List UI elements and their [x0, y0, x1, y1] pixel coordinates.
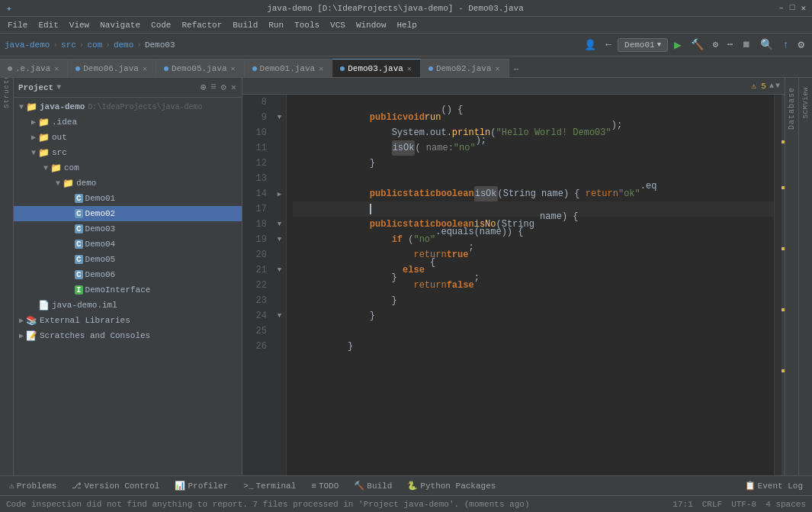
tree-arrow-com: ▼ — [41, 164, 50, 172]
structure-strip-icon[interactable]: Structure — [2, 81, 12, 92]
menu-help[interactable]: Help — [393, 19, 422, 31]
tab-label-demo05: Demo05.java — [172, 64, 227, 73]
scm-panel-label[interactable]: SCMView — [801, 81, 811, 124]
panel-close-icon[interactable]: ✕ — [230, 81, 237, 94]
menu-edit[interactable]: Edit — [34, 19, 63, 31]
next-warning-button[interactable]: ▼ — [775, 82, 780, 90]
status-encoding[interactable]: UTF-8 — [731, 500, 756, 509]
maximize-button[interactable]: □ — [790, 3, 795, 13]
tree-item-demo04[interactable]: C Demo04 — [14, 237, 242, 252]
status-indent[interactable]: 4 spaces — [765, 500, 806, 509]
breadcrumb-project[interactable]: java-demo — [5, 40, 50, 50]
tree-item-external-libs[interactable]: ▶ 📚 External Libraries — [14, 313, 242, 328]
close-button[interactable]: ✕ — [801, 3, 806, 13]
menu-refactor[interactable]: Refactor — [177, 19, 226, 31]
menu-window[interactable]: Window — [351, 19, 391, 31]
fold-run-arrow[interactable]: ▼ — [273, 110, 286, 125]
more-run-button[interactable]: ⋯ — [724, 37, 736, 52]
tree-item-scratches[interactable]: ▶ 📝 Scratches and Consoles — [14, 328, 242, 343]
fold-end-arrow[interactable]: ▼ — [273, 308, 286, 324]
stop-button[interactable]: ⏹ — [739, 37, 754, 52]
tab-close-demo06[interactable]: ✕ — [142, 64, 148, 73]
tab-more-button[interactable]: ⋯ — [509, 61, 524, 77]
tree-item-src[interactable]: ▼ 📁 src — [14, 145, 242, 160]
tree-item-root[interactable]: ▼ 📁 java-demo D:\IdeaProjects\java-demo — [14, 99, 242, 114]
tree-label-demointerface: DemoInterface — [85, 285, 151, 295]
tree-item-demo02[interactable]: C Demo02 — [14, 206, 242, 221]
tree-item-demointerface[interactable]: I DemoInterface — [14, 282, 242, 298]
tab-close-demo01[interactable]: ✕ — [318, 64, 324, 73]
tab-demo06[interactable]: Demo06.java ✕ — [68, 59, 156, 77]
bottom-tab-python[interactable]: 🐍 Python Packages — [403, 479, 500, 492]
bottom-tab-event-log[interactable]: 📋 Event Log — [740, 479, 807, 492]
tab-demo05[interactable]: Demo05.java ✕ — [156, 59, 245, 77]
status-line-ending[interactable]: CRLF — [702, 500, 722, 509]
menu-build[interactable]: Build — [228, 19, 262, 31]
tree-item-com[interactable]: ▼ 📁 com — [14, 160, 242, 175]
tree-item-demo[interactable]: ▼ 📁 demo — [14, 175, 242, 191]
tree-item-iml[interactable]: 📄 java-demo.iml — [14, 298, 242, 313]
code-content[interactable]: public void run() { System.out.println("… — [287, 95, 774, 475]
settings-button[interactable]: ⚙ — [795, 37, 807, 53]
bottom-tab-build[interactable]: 🔨 Build — [349, 479, 396, 492]
tree-item-demo06[interactable]: C Demo06 — [14, 267, 242, 282]
demo06-class-icon: C — [75, 270, 83, 279]
breadcrumb-demo[interactable]: demo — [114, 40, 133, 50]
idea-folder-icon: 📁 — [38, 117, 50, 128]
menu-tools[interactable]: Tools — [290, 19, 324, 31]
menu-vcs[interactable]: VCS — [326, 19, 350, 31]
build-button[interactable]: 🔨 — [688, 37, 707, 53]
search-button[interactable]: 🔍 — [757, 37, 776, 53]
fold-if-arrow[interactable]: ▼ — [273, 232, 286, 247]
vcs-update-button[interactable]: 👤 — [581, 37, 599, 53]
fold-isno-arrow[interactable]: ▼ — [273, 217, 286, 232]
bottom-tab-problems[interactable]: ⚠ Problems — [5, 479, 61, 492]
tab-label-demo01: Demo01.java — [260, 64, 316, 73]
update-button[interactable]: ↑ — [779, 37, 791, 53]
prev-warning-button[interactable]: ▲ — [769, 82, 774, 90]
breadcrumb-src[interactable]: src — [61, 40, 76, 50]
menu-navigate[interactable]: Navigate — [95, 19, 145, 31]
bottom-tab-vcs[interactable]: ⎇ Version Control — [67, 479, 164, 492]
fold-isok-arrow[interactable]: ▶ — [273, 186, 286, 201]
bottom-tab-terminal[interactable]: >_ Terminal — [239, 480, 300, 492]
panel-settings-icon[interactable]: ⚙ — [220, 81, 227, 94]
tree-item-demo01[interactable]: C Demo01 — [14, 191, 242, 206]
tab-demo03[interactable]: Demo03.java ✕ — [332, 59, 421, 77]
com-folder-icon: 📁 — [50, 163, 62, 174]
tab-demo02[interactable]: Demo02.java ✕ — [421, 59, 509, 77]
panel-collapse-icon[interactable]: ≡ — [210, 81, 217, 94]
database-panel-label[interactable]: Database — [786, 81, 798, 136]
tab-demo01[interactable]: Demo01.java ✕ — [245, 59, 333, 77]
minimize-button[interactable]: – — [778, 3, 784, 13]
tree-item-demo05[interactable]: C Demo05 — [14, 252, 242, 267]
tab-close-demo05[interactable]: ✕ — [230, 64, 236, 73]
panel-locate-icon[interactable]: ⊕ — [200, 81, 207, 94]
project-panel-dropdown-icon[interactable]: ▼ — [56, 83, 61, 92]
build-icon: 🔨 — [354, 481, 364, 491]
menu-view[interactable]: View — [65, 19, 94, 31]
breadcrumb-com[interactable]: com — [87, 40, 102, 50]
tree-item-idea[interactable]: ▶ 📁 .idea — [14, 114, 242, 130]
tree-label-demo02: Demo02 — [85, 209, 116, 218]
tree-item-out[interactable]: ▶ 📁 out — [14, 130, 242, 145]
status-position[interactable]: 17:1 — [672, 500, 692, 509]
fold-else-arrow[interactable]: ▼ — [273, 262, 286, 278]
tab-close-demo02[interactable]: ✕ — [495, 64, 501, 73]
src-folder-icon: 📁 — [38, 147, 50, 159]
bottom-tab-todo[interactable]: ≡ TODO — [307, 480, 343, 492]
tab-close-e-java[interactable]: ✕ — [53, 64, 59, 73]
menu-file[interactable]: File — [3, 19, 32, 31]
back-button[interactable]: ← — [602, 37, 615, 52]
run-button[interactable]: ▶ — [671, 36, 685, 54]
coverage-button[interactable]: ⚙ — [710, 37, 721, 52]
tab-e-java[interactable]: .e.java ✕ — [0, 59, 68, 77]
run-config-selector[interactable]: Demo01 ▼ — [618, 38, 668, 52]
tree-item-demo03[interactable]: C Demo03 — [14, 221, 242, 237]
tab-close-demo03[interactable]: ✕ — [406, 64, 412, 73]
menu-code[interactable]: Code — [146, 19, 175, 31]
bottom-tab-profiler[interactable]: 📊 Profiler — [170, 479, 233, 492]
menu-run[interactable]: Run — [264, 19, 288, 31]
scratches-icon: 📝 — [26, 330, 37, 342]
code-editor[interactable]: 8 9 10 11 12 13 14 17 18 19 20 21 22 23 … — [242, 95, 785, 475]
